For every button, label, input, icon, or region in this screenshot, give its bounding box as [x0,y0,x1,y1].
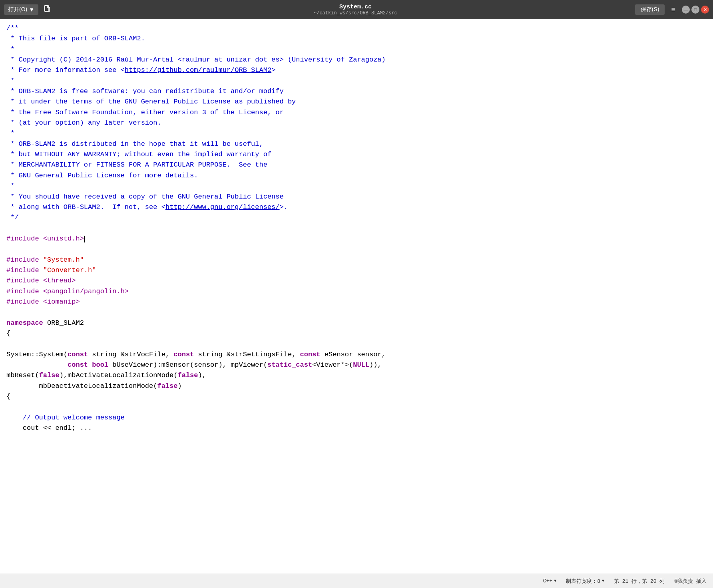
language-selector[interactable]: C++ ▼ [543,578,556,584]
code-line: mbDeactivateLocalizationMode(false) [6,381,707,391]
code-line: * For more information see <https://gith… [6,65,707,75]
code-line: System::System(const string &strVocFile,… [6,350,707,360]
code-line: { [6,391,707,402]
code-line: * GNU General Public License for more de… [6,171,707,181]
code-line: * ORB-SLAM2 is distributed in the hope t… [6,139,707,149]
code-line: const bool bUseViewer):mSensor(sensor), … [6,360,707,370]
tab-width-selector[interactable]: 制表符宽度：8 ▼ [566,578,604,585]
code-line: * but WITHOUT ANY WARRANTY; without even… [6,149,707,160]
minimize-button[interactable]: — [682,6,690,14]
titlebar: 打开(O) ▼ System.cc ~/catkin_ws/src/ORB_SL… [0,0,713,19]
code-line: { [6,328,707,339]
code-line: #include <thread> [6,276,707,286]
code-line: * Copyright (C) 2014-2016 Raúl Mur-Artal… [6,55,707,65]
titlebar-left: 打开(O) ▼ [4,3,76,16]
maximize-button[interactable]: □ [691,6,699,14]
code-line: #include "Converter.h" [6,265,707,276]
code-line [6,402,707,412]
code-line: #include <pangolin/pangolin.h> [6,286,707,297]
code-line [6,339,707,349]
orb-slam2-link[interactable]: https://github.com/raulmur/ORB_SLAM2 [125,66,271,74]
open-button[interactable]: 打开(O) ▼ [4,4,38,15]
code-line: * This file is part of ORB-SLAM2. [6,34,707,44]
cursor-position: 第 21 行，第 20 列 [614,578,665,585]
code-line: */ [6,213,707,223]
code-line [6,223,707,234]
code-line: * the Free Software Foundation, either v… [6,107,707,118]
file-icon-button[interactable] [40,3,54,16]
code-line [6,307,707,318]
code-line: * (at your option) any later version. [6,118,707,128]
open-dropdown-icon: ▼ [29,6,34,13]
code-line: namespace ORB_SLAM2 [6,318,707,328]
save-button[interactable]: 保存(S) [635,4,665,15]
statusbar: C++ ▼ 制表符宽度：8 ▼ 第 21 行，第 20 列 ®我负责 插入 [0,574,713,588]
extra-status: ®我负责 插入 [674,578,707,585]
code-line: #include <iomanip> [6,297,707,307]
window-title: System.cc [76,4,635,10]
code-line: * it under the terms of the GNU General … [6,97,707,107]
window-controls: — □ ✕ [682,6,709,14]
code-line: * ORB-SLAM2 is free software: you can re… [6,86,707,97]
code-line: * MERCHANTABILITY or FITNESS FOR A PARTI… [6,160,707,170]
code-line: * [6,44,707,55]
code-line: // Output welcome message [6,413,707,423]
code-line [6,244,707,254]
language-label: C++ [543,578,552,584]
code-line: * [6,128,707,139]
code-line: mbReset(false),mbActivateLocalizationMod… [6,370,707,381]
language-dropdown-icon: ▼ [554,579,556,583]
code-line: #include "System.h" [6,255,707,265]
position-label: 第 21 行，第 20 列 [614,578,665,585]
extra-label: ®我负责 插入 [674,578,707,585]
menu-button[interactable]: ≡ [668,4,679,16]
code-line: * [6,181,707,191]
open-label: 打开(O) [8,6,27,13]
close-button[interactable]: ✕ [701,6,709,14]
code-line: * You should have received a copy of the… [6,192,707,202]
code-line-include-unistd: #include <unistd.h> [6,234,707,244]
code-editor[interactable]: /** * This file is part of ORB-SLAM2. * … [0,19,713,574]
titlebar-right: 保存(S) ≡ — □ ✕ [635,4,709,16]
tab-width-label: 制表符宽度：8 [566,578,600,585]
tab-width-dropdown-icon: ▼ [602,579,604,583]
code-line: cout << endl; ... [6,423,707,433]
code-line: /** [6,23,707,34]
code-line: * along with ORB-SLAM2. If not, see <htt… [6,202,707,213]
code-line: * [6,76,707,86]
gnu-license-link[interactable]: http://www.gnu.org/licenses/ [165,203,280,211]
window-subtitle: ~/catkin_ws/src/ORB_SLAM2/src [76,10,635,16]
titlebar-center: System.cc ~/catkin_ws/src/ORB_SLAM2/src [76,4,635,16]
